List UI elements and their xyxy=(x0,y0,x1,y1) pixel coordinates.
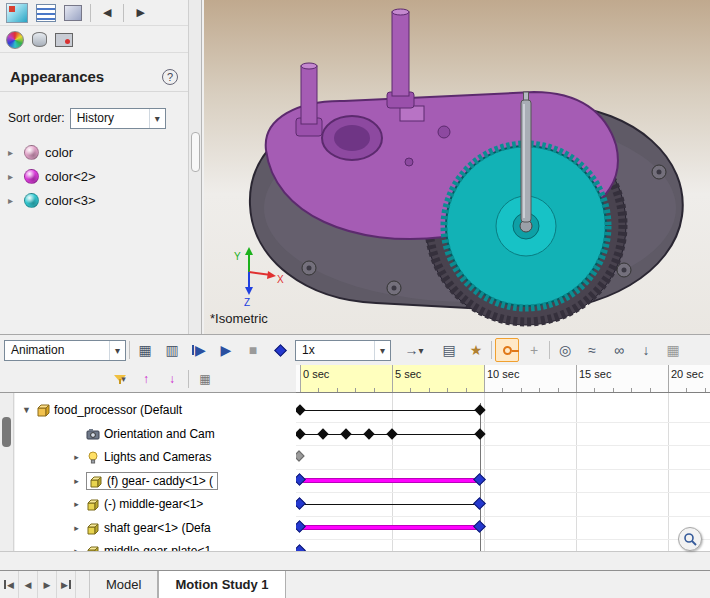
gravity-button[interactable]: ↓ xyxy=(634,338,658,362)
stop-button[interactable]: ■ xyxy=(241,338,265,362)
keyframe-diamond[interactable] xyxy=(296,450,305,461)
study-type-select[interactable]: Animation ▾ xyxy=(4,340,126,361)
save-animation-icon: ▤ xyxy=(442,342,455,358)
keyframe-diamond[interactable] xyxy=(296,404,306,415)
pane-title-row: Appearances ? xyxy=(0,62,188,92)
forward-icon: ▶ xyxy=(44,580,51,590)
pane-splitter[interactable] xyxy=(188,0,202,334)
motion-tree-item[interactable]: ▸(f) gear- caddy<1> ( xyxy=(15,469,296,492)
forward-arrow-icon[interactable]: ▶ xyxy=(132,4,148,21)
motion-tree-item[interactable]: ▸middle-gear-plate<1 xyxy=(15,540,296,552)
separator xyxy=(491,341,492,359)
first-tab-button[interactable]: ◀ xyxy=(0,571,19,598)
contact-button[interactable]: ∞ xyxy=(607,338,631,362)
keyframe-diamond[interactable] xyxy=(363,428,374,439)
add-key-button[interactable]: + xyxy=(522,338,546,362)
appearances-pane-icon[interactable] xyxy=(6,3,28,23)
scrollbar-thumb[interactable] xyxy=(2,417,11,447)
timeline-ruler[interactable]: 0 sec5 sec10 sec15 sec20 sec xyxy=(296,365,710,393)
keyframe-diamond[interactable] xyxy=(296,428,306,439)
change-bar[interactable] xyxy=(300,478,480,483)
expand-arrow-icon[interactable]: ▸ xyxy=(8,147,18,158)
chevron-down-icon[interactable]: ▾ xyxy=(149,109,165,128)
motionmanager-filter-bar: ▾ ↑ ↓ ▦ xyxy=(0,365,296,393)
timeline-tracks[interactable] xyxy=(296,393,710,551)
appearance-item[interactable]: ▸color xyxy=(0,140,188,164)
results-button[interactable]: ▦ xyxy=(661,338,685,362)
configurations-icon[interactable] xyxy=(64,5,82,21)
motion-tree-item[interactable]: ▸shaft gear<1> (Defa xyxy=(15,516,296,539)
tab-motion-study-1[interactable]: Motion Study 1 xyxy=(158,571,285,598)
expand-arrow-icon[interactable]: ▸ xyxy=(8,195,18,206)
branch-arrow-icon[interactable]: ▼ xyxy=(21,405,32,415)
branch-arrow-icon[interactable]: ▸ xyxy=(71,523,82,533)
playback-speed-value: 1x xyxy=(302,343,315,357)
appearance-item[interactable]: ▸color<2> xyxy=(0,164,188,188)
wizard-star-icon: ★ xyxy=(470,342,483,358)
sort-order-select[interactable]: History ▾ xyxy=(70,108,166,129)
play-from-start-button[interactable]: ▶ xyxy=(187,338,211,362)
last-tab-button[interactable]: ▶ xyxy=(57,571,76,598)
previous-key-button[interactable]: ↑ xyxy=(136,369,156,389)
back-icon: ◀ xyxy=(25,580,32,590)
motion-tree-item[interactable]: ▸Lights and Cameras xyxy=(15,446,296,469)
magnifier-button[interactable] xyxy=(678,527,702,551)
keyframe-diamond[interactable] xyxy=(340,428,351,439)
next-key-button[interactable]: ↓ xyxy=(162,369,182,389)
tab-model[interactable]: Model xyxy=(90,571,158,598)
row-separator xyxy=(296,469,710,470)
playback-mode-select[interactable]: →▾ xyxy=(394,338,434,362)
keyframe-diamond[interactable] xyxy=(296,520,305,533)
branch-arrow-icon[interactable]: ▸ xyxy=(71,499,82,509)
calculate-button[interactable]: ▦ xyxy=(133,338,157,362)
timeline-hscrollbar[interactable] xyxy=(0,551,710,571)
motion-study-panel: Animation ▾ ▦ ▥ ▶ ▶ ■ 1x ▾ →▾ ▤ ★ + ◎ ≈ … xyxy=(0,334,710,570)
keyframe-diamond[interactable] xyxy=(386,428,397,439)
play-button[interactable]: ▶ xyxy=(214,338,238,362)
decals-icon[interactable] xyxy=(55,33,73,47)
playback-speed-select[interactable]: 1x ▾ xyxy=(295,340,391,361)
splitter-handle[interactable] xyxy=(191,132,200,172)
save-animation-button[interactable]: ▤ xyxy=(437,338,461,362)
timeline-zoom-button[interactable]: ▦ xyxy=(195,369,215,389)
row-separator xyxy=(296,422,710,423)
autokey-toggle[interactable] xyxy=(495,338,519,362)
motion-tree-item[interactable]: Orientation and Cam xyxy=(15,422,296,445)
appearance-item[interactable]: ▸color<3> xyxy=(0,188,188,212)
spring-button[interactable]: ≈ xyxy=(580,338,604,362)
keyframe-diamond[interactable] xyxy=(296,473,305,486)
row-separator xyxy=(296,516,710,517)
prev-tab-button[interactable]: ◀ xyxy=(19,571,38,598)
motion-tree-item[interactable]: ▼food_processor (Default xyxy=(15,399,296,422)
scenes-library-icon[interactable] xyxy=(32,32,47,47)
export-video-button[interactable]: ▥ xyxy=(160,338,184,362)
branch-arrow-icon[interactable]: ▸ xyxy=(71,452,82,462)
keyframe-diamond[interactable] xyxy=(296,544,305,551)
tick-minor xyxy=(429,388,430,392)
tick-major xyxy=(392,365,393,392)
graphics-viewport[interactable]: Y X Z *Isometric xyxy=(204,0,710,334)
tick-minor xyxy=(686,388,687,392)
keyframe-diamond[interactable] xyxy=(296,497,305,510)
back-arrow-icon[interactable]: ◀ xyxy=(99,4,115,21)
keyframe-diamond[interactable] xyxy=(317,428,328,439)
expand-arrow-icon[interactable]: ▸ xyxy=(8,171,18,182)
animation-wizard-button[interactable]: ★ xyxy=(464,338,488,362)
motion-tree-scrollbar[interactable] xyxy=(0,393,14,551)
chevron-down-icon[interactable]: ▾ xyxy=(109,341,125,360)
motion-tree-item[interactable]: ▸(-) middle-gear<1> xyxy=(15,493,296,516)
motor-button[interactable]: ◎ xyxy=(553,338,577,362)
keyframe-button[interactable] xyxy=(268,338,292,362)
color-wheel-icon[interactable] xyxy=(6,31,24,49)
key-up-icon: ↑ xyxy=(143,372,149,386)
next-tab-button[interactable]: ▶ xyxy=(38,571,57,598)
filter-button[interactable]: ▾ xyxy=(110,369,130,389)
sort-order-value: History xyxy=(77,111,114,125)
change-bar[interactable] xyxy=(300,525,480,530)
chevron-down-icon[interactable]: ▾ xyxy=(374,341,390,360)
selected-item-box: (f) gear- caddy<1> ( xyxy=(86,472,218,490)
list-view-icon[interactable] xyxy=(36,4,56,22)
help-icon[interactable]: ? xyxy=(162,69,178,85)
tick-minor xyxy=(650,388,651,392)
branch-arrow-icon[interactable]: ▸ xyxy=(71,476,82,486)
